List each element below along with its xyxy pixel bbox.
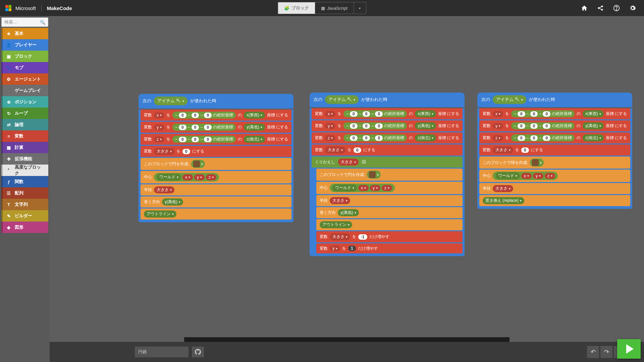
number-slot[interactable]: 0 (179, 125, 186, 130)
script-3[interactable]: 次の アイテム ⛏▾ が使われた時 変数 x ▾ を ~ 0 ~ 0 ~ 0 の… (477, 93, 632, 209)
dropdown-chip[interactable]: y(高低) ▾ (338, 209, 359, 216)
set-var-statement[interactable]: 変数 y ▾ を ~ 0 ~ 0 ~ 0 の絶対座標 の y(高低) ▾ 座標 … (479, 120, 630, 131)
dropdown-chip[interactable]: z(南北) ▾ (415, 134, 436, 141)
number-slot[interactable]: 0 (530, 111, 538, 117)
category-12[interactable]: ˄高度なブロック (1, 165, 48, 176)
replace-row[interactable]: 置き換え (replace) ▾ (479, 195, 630, 206)
item-pill[interactable]: アイテム ⛏▾ (493, 95, 526, 104)
number-slot[interactable]: 0 (530, 135, 538, 141)
tab-more[interactable]: ▾ (354, 2, 366, 14)
var-chip[interactable]: y ▾ (493, 123, 503, 129)
number-slot[interactable]: 0 (182, 149, 190, 154)
set-size-statement[interactable]: 変数 大きさ ▾ を 0 にする (141, 146, 291, 157)
script-1[interactable]: 次の アイテム ⛏▾ が使われた時 変数 x ▾ を ~ 0 ~ 0 ~ 0 の… (139, 94, 293, 222)
set-var-statement[interactable]: 変数 x ▾ を ~ 0 ~ 0 ~ 0 の絶対座標 の x(東西) ▾ 座標 … (312, 108, 463, 119)
category-8[interactable]: ⇄論理 (1, 119, 48, 130)
dropdown-chip[interactable]: 置き換え (replace) ▾ (483, 197, 524, 204)
number-slot[interactable]: 0 (192, 113, 199, 118)
number-slot[interactable]: 0 (350, 135, 358, 141)
item-pill[interactable]: アイテム ⛏▾ (325, 95, 359, 104)
number-slot[interactable]: 0 (530, 123, 538, 129)
category-3[interactable]: 🐾モブ (1, 62, 48, 73)
category-15[interactable]: T文字列 (1, 199, 48, 210)
var-chip[interactable]: y ▾ (370, 185, 380, 191)
dropdown-chip[interactable]: z(南北) ▾ (244, 136, 265, 143)
item-pill[interactable]: アイテム ⛏▾ (154, 97, 187, 105)
radius-row[interactable]: 半径 大きさ ▾ (479, 183, 630, 194)
script-2[interactable]: 次の アイテム ⛏▾ が使われた時 変数 x ▾ を ~ 0 ~ 0 ~ 0 の… (310, 93, 465, 256)
var-chip[interactable]: 大きさ ▾ (154, 148, 174, 155)
category-9[interactable]: ≡変数 (1, 130, 48, 142)
category-4[interactable]: ⚙エージェント (1, 73, 48, 85)
workspace[interactable]: 次の アイテム ⛏▾ が使われた時 変数 x ▾ を ~ 0 ~ 0 ~ 0 の… (50, 16, 644, 362)
var-chip[interactable]: 大きさ ▾ (493, 146, 513, 154)
dropdown-chip[interactable]: y(高低) ▾ (244, 124, 265, 131)
number-slot[interactable]: 0 (518, 111, 525, 117)
number-slot[interactable]: 0 (179, 113, 186, 118)
number-slot[interactable]: 0 (518, 123, 525, 129)
var-chip[interactable]: y ▾ (330, 245, 340, 251)
orient-row[interactable]: 巻く方向 y(高低) ▾ (141, 196, 291, 207)
dropdown-chip[interactable]: z(南北) ▾ (583, 134, 604, 141)
radius-row[interactable]: 半径 大きさ ▾ (316, 195, 463, 206)
category-1[interactable]: 👤プレイヤー (1, 39, 48, 51)
dropdown-chip[interactable]: y(高低) ▾ (162, 198, 183, 205)
project-name-input[interactable] (135, 347, 189, 357)
number-slot[interactable]: 0 (179, 137, 186, 142)
dropdown-chip[interactable]: ワールド ▾ (157, 174, 181, 181)
number-slot[interactable]: 0 (354, 147, 361, 153)
dropdown-chip[interactable]: x(東西) ▾ (583, 110, 604, 117)
dropdown-chip[interactable]: ワールド ▾ (332, 184, 357, 191)
number-slot[interactable]: 0 (543, 135, 550, 141)
repeat-loop[interactable]: くりかえし 大きさ ▾ 回 (312, 157, 463, 168)
number-slot[interactable]: 0 (543, 111, 550, 117)
category-6[interactable]: ⊕ポジション (1, 96, 48, 108)
var-chip[interactable]: z ▾ (493, 135, 503, 141)
redo-button[interactable]: ↷ (600, 346, 612, 358)
var-chip[interactable]: z ▾ (206, 174, 216, 180)
event-hat[interactable]: 次の アイテム ⛏▾ が使われた時 (139, 94, 293, 109)
number-slot[interactable]: 0 (375, 135, 383, 141)
number-slot[interactable]: 0 (363, 135, 370, 141)
tab-javascript[interactable]: ▦JavaScript (315, 2, 354, 14)
dropdown-chip[interactable]: ワールド ▾ (495, 172, 520, 179)
category-13[interactable]: ƒ関数 (1, 176, 48, 187)
share-icon[interactable] (597, 5, 604, 11)
dropdown-chip[interactable]: y(高低) ▾ (583, 122, 604, 129)
var-chip[interactable]: z ▾ (325, 135, 335, 141)
var-chip[interactable]: x ▾ (493, 111, 503, 117)
var-chip[interactable]: 大きさ ▾ (154, 186, 174, 193)
home-icon[interactable] (581, 5, 588, 11)
set-var-statement[interactable]: 変数 z ▾ を ~ 0 ~ 0 ~ 0 の絶対座標 の z(南北) ▾ 座標 … (141, 134, 291, 145)
number-slot[interactable]: -1 (358, 234, 367, 240)
category-17[interactable]: ◆図形 (1, 222, 48, 233)
number-slot[interactable]: 0 (192, 125, 199, 130)
number-slot[interactable]: 0 (204, 113, 212, 118)
var-chip[interactable]: z ▾ (154, 136, 164, 142)
outline-row[interactable]: アウトライン ▾ (141, 208, 291, 220)
var-chip[interactable]: 大きさ ▾ (330, 197, 350, 204)
var-chip[interactable]: x ▾ (358, 185, 369, 191)
change-var-statement[interactable]: 変数 y ▾ を 1 だけ増やす (316, 243, 463, 253)
number-slot[interactable]: 0 (192, 137, 199, 142)
set-size-statement[interactable]: 変数 大きさ ▾ を 0 にする (479, 144, 630, 156)
dropdown-chip[interactable]: アウトライン ▾ (144, 210, 176, 218)
event-hat[interactable]: 次の アイテム ⛏▾ が使われた時 (310, 93, 465, 107)
number-slot[interactable]: 1 (348, 246, 356, 251)
number-slot[interactable]: 0 (350, 111, 358, 117)
circle-statement[interactable]: このブロックで円を作成: ▾ (141, 158, 291, 170)
number-slot[interactable]: 0 (204, 137, 212, 142)
var-chip[interactable]: z ▾ (545, 173, 555, 179)
help-icon[interactable] (613, 5, 620, 11)
var-chip[interactable]: 大きさ ▾ (325, 146, 345, 154)
var-chip[interactable]: x ▾ (325, 111, 335, 117)
sphere-statement[interactable]: このブロックで球を作成: ▾ (479, 157, 630, 169)
number-slot[interactable]: 0 (375, 123, 383, 129)
var-chip[interactable]: x ▾ (521, 173, 532, 179)
event-hat[interactable]: 次の アイテム ⛏▾ が使われた時 (477, 93, 632, 107)
number-slot[interactable]: 0 (204, 125, 212, 130)
dropdown-chip[interactable]: y(高低) ▾ (415, 122, 436, 129)
outline-row[interactable]: アウトライン ▾ (316, 219, 463, 230)
dropdown-chip[interactable]: x(東西) ▾ (415, 110, 436, 117)
var-chip[interactable]: y ▾ (194, 174, 205, 180)
